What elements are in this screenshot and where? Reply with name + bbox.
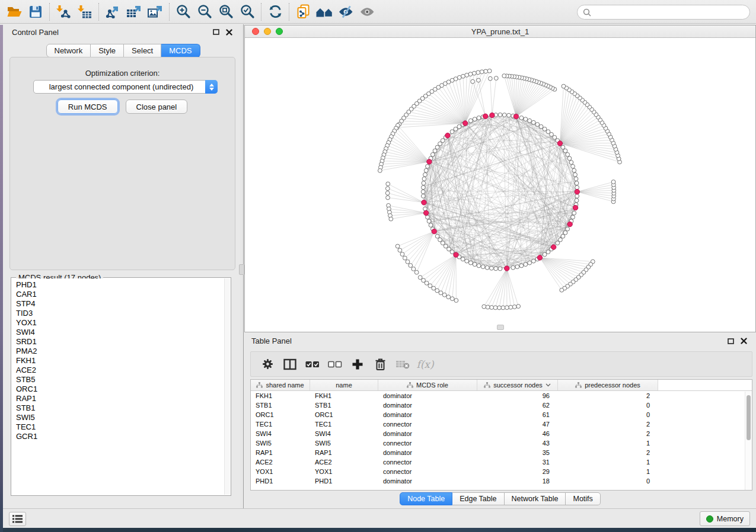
column-header-successor-nodes[interactable]: successor nodes xyxy=(477,380,558,390)
table-cell: 2 xyxy=(558,419,658,429)
refresh-view-button[interactable] xyxy=(264,2,286,22)
tab-mcds[interactable]: MCDS xyxy=(161,44,200,57)
show-all-button[interactable] xyxy=(356,2,378,22)
tab-motifs[interactable]: Motifs xyxy=(566,492,600,505)
result-list-item[interactable]: SRD1 xyxy=(16,337,224,347)
table-row[interactable]: PHD1PHD1dominator180 xyxy=(251,476,752,486)
hide-selected-button[interactable] xyxy=(335,2,356,22)
close-panel-icon[interactable] xyxy=(224,27,234,37)
tab-node-table[interactable]: Node Table xyxy=(400,492,452,505)
tab-select[interactable]: Select xyxy=(124,44,161,57)
zoom-in-icon xyxy=(176,4,192,20)
table-cell: RAP1 xyxy=(251,448,310,457)
duplicate-network-button[interactable] xyxy=(292,2,314,22)
table-settings-button[interactable] xyxy=(258,354,277,375)
fx-icon: f(x) xyxy=(416,358,433,370)
table-row[interactable]: RAP1RAP1dominator352 xyxy=(251,448,752,457)
vertical-splitter[interactable] xyxy=(240,24,244,508)
run-mcds-button[interactable]: Run MCDS xyxy=(58,100,118,114)
zoom-in-button[interactable] xyxy=(173,2,194,22)
table-row[interactable]: YOX1YOX1connector291 xyxy=(251,467,752,476)
table-row[interactable]: ORC1ORC1dominator610 xyxy=(251,410,752,419)
delete-table-button[interactable] xyxy=(393,354,412,375)
tab-edge-table[interactable]: Edge Table xyxy=(452,492,504,505)
result-list-item[interactable]: RAP1 xyxy=(16,394,224,403)
function-builder-button[interactable]: f(x) xyxy=(416,354,435,375)
table-row[interactable]: ACE2ACE2connector311 xyxy=(251,457,752,467)
table-scrollbar[interactable] xyxy=(745,392,752,490)
import-network-button[interactable] xyxy=(53,2,74,22)
result-scrollbar[interactable] xyxy=(224,278,230,495)
export-table-button[interactable] xyxy=(123,2,145,22)
desktop-wallpaper-strip xyxy=(0,25,3,532)
tab-network-table[interactable]: Network Table xyxy=(505,492,566,505)
zoom-selected-button[interactable] xyxy=(237,2,258,22)
result-list-item[interactable]: CAR1 xyxy=(16,290,224,299)
close-table-panel-icon[interactable] xyxy=(738,336,749,346)
show-columns-button[interactable] xyxy=(280,354,299,375)
column-header-mcds-role[interactable]: MCDS role xyxy=(378,380,477,390)
add-column-button[interactable] xyxy=(348,354,367,375)
result-list-item[interactable]: STP4 xyxy=(16,299,224,309)
splitter-grip[interactable] xyxy=(239,264,244,275)
result-list-item[interactable]: TEC1 xyxy=(16,422,224,432)
horizontal-splitter-grip[interactable] xyxy=(497,325,504,330)
first-neighbors-button[interactable] xyxy=(314,2,335,22)
table-row[interactable]: SWI5SWI5connector431 xyxy=(251,438,752,448)
criterion-dropdown[interactable]: largest connected component (undirected) xyxy=(33,80,218,94)
table-cell: 47 xyxy=(477,419,558,429)
export-image-button[interactable] xyxy=(145,2,166,22)
memory-button[interactable]: Memory xyxy=(700,511,750,526)
table-toolbar: f(x) xyxy=(250,351,752,377)
result-list-item[interactable]: YOX1 xyxy=(16,318,224,328)
table-cell: connector xyxy=(378,438,477,448)
select-all-button[interactable] xyxy=(303,354,322,375)
result-list-item[interactable]: GCR1 xyxy=(16,432,224,441)
control-panel-title: Control Panel xyxy=(12,28,59,37)
export-network-button[interactable] xyxy=(102,2,123,22)
float-table-panel-icon[interactable] xyxy=(725,336,736,346)
result-list-item[interactable]: FKH1 xyxy=(16,356,224,366)
result-list-item[interactable]: PMA2 xyxy=(16,347,224,356)
table-scrollbar-thumb[interactable] xyxy=(747,395,751,440)
cytoscape-window: Control Panel Network Style Select MCDS … xyxy=(0,0,756,528)
task-history-button[interactable] xyxy=(9,512,26,526)
open-file-button[interactable] xyxy=(4,2,25,22)
result-list-item[interactable]: SWI5 xyxy=(16,413,224,422)
column-header-name[interactable]: name xyxy=(310,380,378,390)
table-cell: connector xyxy=(378,419,477,429)
result-list-item[interactable]: PHD1 xyxy=(16,280,224,290)
tab-network[interactable]: Network xyxy=(46,44,91,57)
result-list-item[interactable]: ORC1 xyxy=(16,384,224,394)
result-list-item[interactable]: TID3 xyxy=(16,309,224,318)
list-icon xyxy=(12,515,23,523)
table-row[interactable]: TEC1TEC1connector472 xyxy=(251,419,752,429)
result-list-item[interactable]: STB1 xyxy=(16,403,224,413)
table-row[interactable]: FKH1FKH1dominator962 xyxy=(251,391,752,400)
tab-style[interactable]: Style xyxy=(91,44,124,57)
result-list-item[interactable]: STB5 xyxy=(16,375,224,384)
result-list-item[interactable]: SWI4 xyxy=(16,328,224,337)
table-row[interactable]: STB1STB1dominator620 xyxy=(251,400,752,410)
close-panel-button[interactable]: Close panel xyxy=(126,100,188,114)
zoom-out-button[interactable] xyxy=(194,2,215,22)
delete-column-button[interactable] xyxy=(371,354,390,375)
column-header-predecessor-nodes[interactable]: predecessor nodes xyxy=(558,380,658,390)
import-table-button[interactable] xyxy=(74,2,95,22)
table-cell: STB1 xyxy=(310,400,378,410)
search-input[interactable] xyxy=(595,7,749,18)
table-row[interactable]: SWI4SWI4dominator462 xyxy=(251,429,752,438)
search-box[interactable] xyxy=(577,5,750,20)
import-network-icon xyxy=(56,4,71,20)
column-header-shared-name[interactable]: shared name xyxy=(251,380,310,390)
save-session-button[interactable] xyxy=(25,2,46,22)
network-graph[interactable] xyxy=(245,38,755,332)
zoom-fit-button[interactable] xyxy=(215,2,237,22)
table-cell: dominator xyxy=(378,391,477,400)
mcds-result-list[interactable]: PHD1CAR1STP4TID3YOX1SWI4SRD1PMA2FKH1ACE2… xyxy=(12,278,224,495)
attribute-icon xyxy=(575,382,582,388)
float-panel-icon[interactable] xyxy=(210,27,221,37)
save-icon xyxy=(28,4,43,20)
deselect-all-button[interactable] xyxy=(326,354,344,375)
result-list-item[interactable]: ACE2 xyxy=(16,366,224,375)
